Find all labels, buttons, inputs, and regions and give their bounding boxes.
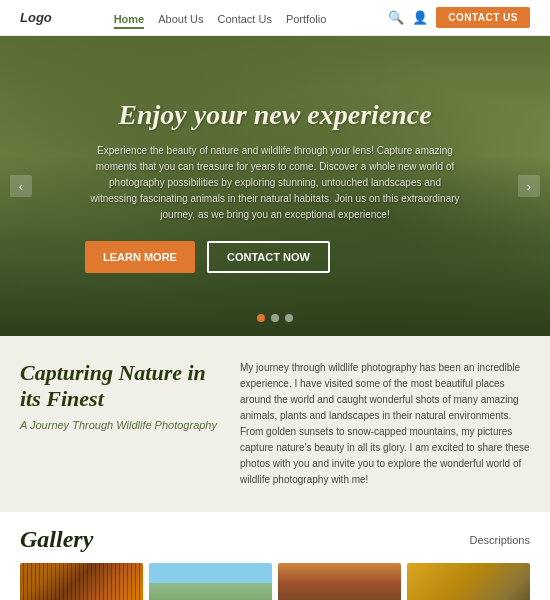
contact-now-button[interactable]: CONTACT NOW (207, 241, 330, 273)
nav-item-about[interactable]: About Us (158, 9, 203, 27)
hero-prev-arrow[interactable]: ‹ (10, 175, 32, 197)
search-icon[interactable]: 🔍 (388, 10, 404, 25)
hero-title: Enjoy your new experience (85, 99, 465, 131)
hero-next-arrow[interactable]: › (518, 175, 540, 197)
navbar: Logo Home About Us Contact Us Portfolio … (0, 0, 550, 36)
nav-links: Home About Us Contact Us Portfolio (114, 9, 327, 27)
dot-2[interactable] (271, 314, 279, 322)
hero-content: Enjoy your new experience Experience the… (85, 99, 465, 273)
dot-3[interactable] (285, 314, 293, 322)
nav-item-home[interactable]: Home (114, 9, 145, 27)
gallery-header: Gallery Descriptions (20, 526, 530, 553)
hero-dots (257, 314, 293, 322)
about-body: My journey through wildlife photography … (240, 360, 530, 488)
hero-section: ‹ Enjoy your new experience Experience t… (0, 36, 550, 336)
about-section: Capturing Nature in its Finest A Journey… (0, 336, 550, 512)
gallery-section: Gallery Descriptions (0, 512, 550, 600)
logo: Logo (20, 10, 52, 25)
nav-item-contact[interactable]: Contact Us (217, 9, 271, 27)
nav-item-portfolio[interactable]: Portfolio (286, 9, 326, 27)
gallery-title: Gallery (20, 526, 93, 553)
about-left: Capturing Nature in its Finest A Journey… (20, 360, 220, 488)
gallery-grid (20, 563, 530, 600)
gallery-descriptions-link[interactable]: Descriptions (469, 534, 530, 546)
user-icon[interactable]: 👤 (412, 10, 428, 25)
about-title: Capturing Nature in its Finest (20, 360, 220, 413)
learn-more-button[interactable]: LEARN MORE (85, 241, 195, 273)
nav-icons: 🔍 👤 CONTACT US (388, 7, 530, 28)
hero-buttons: LEARN MORE CONTACT NOW (85, 241, 465, 273)
contact-us-button[interactable]: CONTACT US (436, 7, 530, 28)
gallery-item-tiger[interactable] (20, 563, 143, 600)
gallery-item-golden[interactable] (407, 563, 530, 600)
about-text: My journey through wildlife photography … (240, 360, 530, 488)
dot-1[interactable] (257, 314, 265, 322)
gallery-item-forest[interactable] (278, 563, 401, 600)
about-subtitle: A Journey Through Wildlife Photography (20, 419, 220, 431)
hero-description: Experience the beauty of nature and wild… (85, 143, 465, 223)
gallery-item-deer[interactable] (149, 563, 272, 600)
